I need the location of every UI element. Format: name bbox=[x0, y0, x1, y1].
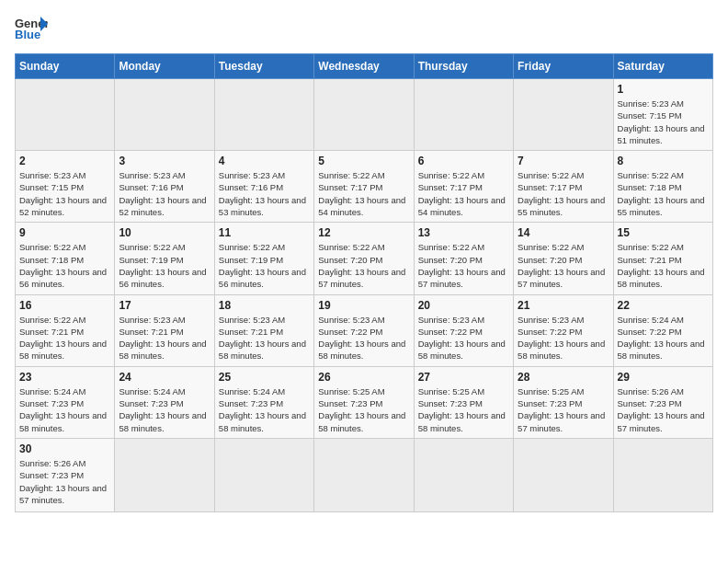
sunrise-time: 5:26 AM bbox=[652, 386, 684, 396]
calendar-cell bbox=[16, 79, 115, 151]
daylight-label: Daylight: bbox=[418, 267, 452, 277]
sunrise-label: Sunrise: bbox=[318, 386, 350, 396]
sunrise-time: 5:22 AM bbox=[54, 242, 86, 252]
cell-info: Sunrise: 5:23 AMSunset: 7:21 PMDaylight:… bbox=[219, 314, 310, 362]
date-number: 7 bbox=[518, 155, 609, 167]
cell-info: Sunrise: 5:22 AMSunset: 7:18 PMDaylight:… bbox=[19, 241, 110, 290]
sunset-label: Sunset: bbox=[418, 182, 448, 192]
sunset-time: 7:23 PM bbox=[51, 398, 84, 408]
sunrise-time: 5:22 AM bbox=[652, 170, 684, 180]
sunrise-time: 5:23 AM bbox=[652, 98, 684, 109]
date-number: 12 bbox=[318, 226, 409, 239]
sunset-label: Sunset: bbox=[119, 182, 148, 192]
sunset-time: 7:21 PM bbox=[51, 327, 84, 337]
calendar-table: SundayMondayTuesdayWednesdayThursdayFrid… bbox=[15, 53, 713, 512]
sunset-time: 7:22 PM bbox=[649, 327, 681, 337]
date-number: 25 bbox=[219, 371, 310, 384]
calendar-cell bbox=[414, 79, 513, 151]
cell-info: Sunrise: 5:23 AMSunset: 7:15 PMDaylight:… bbox=[618, 98, 709, 146]
sunrise-time: 5:22 AM bbox=[353, 170, 385, 180]
daylight-label: Daylight: bbox=[219, 410, 253, 420]
calendar-cell bbox=[514, 79, 613, 151]
date-number: 21 bbox=[518, 299, 609, 312]
sunset-label: Sunset: bbox=[618, 327, 647, 337]
date-number: 4 bbox=[219, 155, 310, 167]
sunrise-label: Sunrise: bbox=[19, 386, 51, 396]
sunrise-time: 5:22 AM bbox=[54, 315, 86, 325]
calendar-cell bbox=[414, 438, 513, 511]
daylight-label: Daylight: bbox=[318, 339, 352, 349]
sunrise-time: 5:24 AM bbox=[154, 386, 186, 396]
sunrise-time: 5:22 AM bbox=[552, 242, 585, 252]
daylight-label: Daylight: bbox=[618, 195, 652, 205]
day-header-monday: Monday bbox=[115, 54, 214, 79]
day-header-saturday: Saturday bbox=[613, 54, 712, 79]
daylight-label: Daylight: bbox=[518, 195, 552, 205]
sunrise-time: 5:23 AM bbox=[253, 170, 285, 180]
daylight-label: Daylight: bbox=[119, 339, 153, 349]
date-number: 17 bbox=[119, 299, 210, 312]
sunset-label: Sunset: bbox=[418, 327, 448, 337]
date-number: 30 bbox=[19, 442, 110, 455]
sunrise-label: Sunrise: bbox=[418, 242, 450, 252]
sunset-time: 7:17 PM bbox=[450, 182, 483, 192]
sunrise-label: Sunrise: bbox=[618, 315, 650, 325]
sunrise-label: Sunrise: bbox=[418, 386, 450, 396]
sunset-label: Sunset: bbox=[618, 110, 647, 121]
date-number: 2 bbox=[19, 155, 110, 167]
calendar-header-row: SundayMondayTuesdayWednesdayThursdayFrid… bbox=[16, 54, 713, 79]
sunrise-label: Sunrise: bbox=[219, 170, 251, 180]
day-header-friday: Friday bbox=[514, 54, 613, 79]
sunset-time: 7:19 PM bbox=[251, 255, 283, 265]
calendar-cell bbox=[214, 79, 313, 151]
calendar-week-row: 1Sunrise: 5:23 AMSunset: 7:15 PMDaylight… bbox=[16, 79, 713, 151]
daylight-label: Daylight: bbox=[518, 410, 552, 420]
daylight-label: Daylight: bbox=[19, 410, 53, 420]
calendar-cell: 28Sunrise: 5:25 AMSunset: 7:23 PMDayligh… bbox=[514, 366, 613, 438]
cell-info: Sunrise: 5:22 AMSunset: 7:21 PMDaylight:… bbox=[19, 314, 110, 362]
sunset-label: Sunset: bbox=[19, 182, 49, 192]
date-number: 20 bbox=[418, 299, 509, 312]
sunrise-label: Sunrise: bbox=[618, 242, 650, 252]
date-number: 24 bbox=[119, 371, 210, 384]
calendar-cell: 12Sunrise: 5:22 AMSunset: 7:20 PMDayligh… bbox=[314, 223, 414, 294]
daylight-label: Daylight: bbox=[219, 267, 253, 277]
sunrise-label: Sunrise: bbox=[318, 242, 350, 252]
date-number: 27 bbox=[418, 371, 509, 384]
date-number: 14 bbox=[518, 226, 609, 239]
sunrise-label: Sunrise: bbox=[19, 315, 51, 325]
date-number: 1 bbox=[618, 83, 709, 96]
sunrise-label: Sunrise: bbox=[219, 386, 251, 396]
calendar-cell: 1Sunrise: 5:23 AMSunset: 7:15 PMDaylight… bbox=[613, 79, 712, 151]
date-number: 10 bbox=[119, 226, 210, 239]
cell-info: Sunrise: 5:22 AMSunset: 7:17 PMDaylight:… bbox=[418, 169, 509, 218]
sunset-time: 7:15 PM bbox=[51, 182, 84, 192]
calendar-cell: 3Sunrise: 5:23 AMSunset: 7:16 PMDaylight… bbox=[115, 151, 214, 223]
cell-info: Sunrise: 5:23 AMSunset: 7:16 PMDaylight:… bbox=[219, 169, 310, 218]
calendar-cell: 10Sunrise: 5:22 AMSunset: 7:19 PMDayligh… bbox=[115, 223, 214, 294]
sunrise-label: Sunrise: bbox=[518, 170, 550, 180]
cell-info: Sunrise: 5:22 AMSunset: 7:17 PMDaylight:… bbox=[518, 169, 609, 218]
sunrise-time: 5:24 AM bbox=[253, 386, 285, 396]
cell-info: Sunrise: 5:23 AMSunset: 7:22 PMDaylight:… bbox=[518, 314, 609, 362]
calendar-cell: 23Sunrise: 5:24 AMSunset: 7:23 PMDayligh… bbox=[16, 366, 115, 438]
daylight-label: Daylight: bbox=[19, 339, 53, 349]
sunset-label: Sunset: bbox=[219, 327, 248, 337]
sunset-time: 7:23 PM bbox=[350, 398, 382, 408]
sunrise-time: 5:22 AM bbox=[253, 242, 285, 252]
date-number: 9 bbox=[19, 226, 110, 239]
sunset-label: Sunset: bbox=[119, 398, 148, 408]
daylight-label: Daylight: bbox=[318, 410, 352, 420]
sunset-time: 7:20 PM bbox=[550, 255, 582, 265]
sunset-label: Sunset: bbox=[618, 182, 647, 192]
cell-info: Sunrise: 5:26 AMSunset: 7:23 PMDaylight:… bbox=[618, 385, 709, 434]
calendar-cell bbox=[613, 438, 712, 511]
calendar-cell: 5Sunrise: 5:22 AMSunset: 7:17 PMDaylight… bbox=[314, 151, 414, 223]
sunrise-label: Sunrise: bbox=[518, 315, 550, 325]
sunrise-label: Sunrise: bbox=[618, 98, 650, 109]
calendar-cell: 15Sunrise: 5:22 AMSunset: 7:21 PMDayligh… bbox=[613, 223, 712, 294]
date-number: 28 bbox=[518, 371, 609, 384]
sunset-label: Sunset: bbox=[119, 255, 148, 265]
sunset-label: Sunset: bbox=[219, 182, 248, 192]
sunset-label: Sunset: bbox=[418, 255, 448, 265]
